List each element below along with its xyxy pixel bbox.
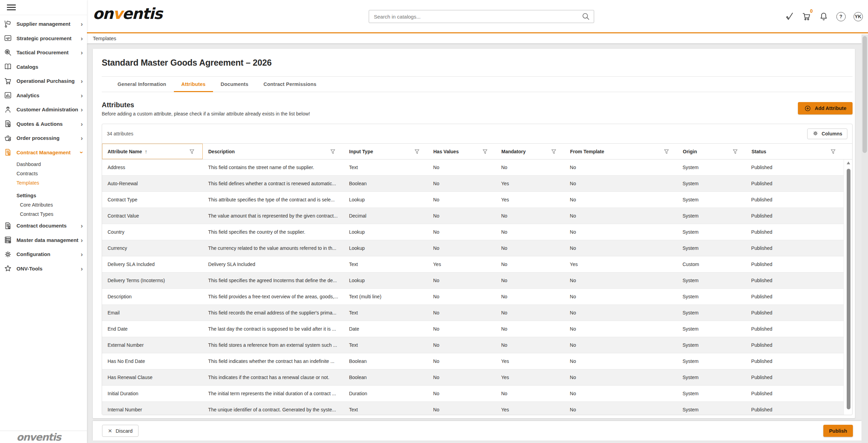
tab-label: Documents bbox=[221, 81, 248, 87]
svg-text:$: $ bbox=[9, 153, 10, 155]
table-row[interactable]: Delivery SLA IncludedDelivery SLA Includ… bbox=[102, 256, 844, 273]
tab-documents[interactable]: Documents bbox=[213, 77, 256, 92]
sidebar-item-analytics[interactable]: Analytics› bbox=[0, 88, 87, 103]
sidebar-item-quotes-auctions[interactable]: Quotes & Auctions› bbox=[0, 117, 87, 131]
help-icon[interactable]: ? bbox=[836, 11, 846, 22]
filter-icon[interactable] bbox=[330, 148, 336, 155]
breadcrumb-bar: Templates bbox=[87, 33, 868, 43]
onventis-logo[interactable]: onventis bbox=[93, 5, 162, 22]
sidebar-item-contract-management[interactable]: $Contract Management› bbox=[0, 145, 87, 160]
sidebar-item-label: Tactical Procurement bbox=[16, 49, 68, 55]
table-cell: System bbox=[677, 289, 746, 304]
column-header-attribute-name[interactable]: Attribute Name↑ bbox=[102, 144, 203, 159]
table-row[interactable]: DescriptionThis field provides a free-te… bbox=[102, 289, 844, 305]
column-header-has-values[interactable]: Has Values bbox=[428, 144, 496, 159]
table-row[interactable]: Internal NumberThe unique identifier of … bbox=[102, 402, 844, 415]
table-row[interactable]: Has Renewal ClauseThis indicates if the … bbox=[102, 369, 844, 386]
search-icon[interactable] bbox=[581, 12, 590, 21]
scroll-up-arrow-icon[interactable] bbox=[847, 162, 850, 164]
table-cell: No bbox=[496, 240, 564, 256]
tab-label: Contract Permissions bbox=[264, 81, 316, 87]
table-cell: System bbox=[677, 386, 746, 401]
column-header-label: Input Type bbox=[349, 149, 373, 154]
sidebar-item-configuration[interactable]: Configuration› bbox=[0, 247, 87, 262]
filter-icon[interactable] bbox=[830, 148, 836, 155]
table-cell: This field contains the street name of t… bbox=[203, 159, 344, 175]
sidebar-item-operational-purchasing[interactable]: Operational Purchasing› bbox=[0, 74, 87, 88]
tab-attributes[interactable]: Attributes bbox=[174, 77, 213, 92]
discard-button[interactable]: ✕ Discard bbox=[102, 425, 138, 437]
column-header-origin[interactable]: Origin bbox=[677, 144, 746, 159]
table-row[interactable]: External NumberThis field stores a refer… bbox=[102, 337, 844, 353]
sidebar-item-templates[interactable]: Templates bbox=[0, 178, 87, 187]
sidebar-item-label: Contracts bbox=[16, 171, 38, 176]
table-cell: Text bbox=[344, 305, 428, 321]
table-row[interactable]: AddressThis field contains the street na… bbox=[102, 159, 844, 176]
table-row[interactable]: End DateThe last day the contract is sup… bbox=[102, 321, 844, 337]
sidebar-item-supplier-management[interactable]: Supplier management› bbox=[0, 17, 87, 31]
table-cell: Published bbox=[746, 321, 844, 337]
tab-general-information[interactable]: General Information bbox=[110, 77, 174, 92]
chevron-right-icon: › bbox=[81, 265, 83, 272]
sidebar-item-customer-administration[interactable]: Customer Administration› bbox=[0, 102, 87, 117]
table-row[interactable]: Delivery Terms (Incoterms)This field spe… bbox=[102, 273, 844, 289]
filter-icon[interactable] bbox=[482, 148, 488, 155]
table-row[interactable]: Initial DurationThe initial term represe… bbox=[102, 386, 844, 402]
filter-icon[interactable] bbox=[663, 148, 670, 155]
sidebar-item-order-processing[interactable]: Order processing› bbox=[0, 131, 87, 145]
sidebar-item-master-data-management[interactable]: Master data management› bbox=[0, 233, 87, 247]
sidebar-item-dashboard[interactable]: Dashboard bbox=[0, 159, 87, 169]
avatar-initials: YK bbox=[855, 14, 861, 19]
page-scrollbar-thumb[interactable] bbox=[863, 36, 867, 153]
column-header-input-type[interactable]: Input Type bbox=[344, 144, 428, 159]
columns-button[interactable]: Columns bbox=[807, 129, 847, 139]
chevron-right-icon: › bbox=[81, 135, 83, 141]
sidebar-item-contracts[interactable]: Contracts bbox=[0, 169, 87, 178]
publish-button[interactable]: Publish bbox=[823, 425, 853, 437]
user-avatar[interactable]: YK bbox=[853, 11, 863, 22]
column-header-mandatory[interactable]: Mandatory bbox=[496, 144, 565, 159]
page-scrollbar[interactable] bbox=[861, 34, 868, 443]
tab-label: Attributes bbox=[181, 81, 205, 87]
table-cell: Internal Number bbox=[102, 402, 203, 415]
table-cell: Text bbox=[344, 256, 428, 272]
sidebar-item-core-attributes[interactable]: Core Attributes bbox=[0, 200, 87, 209]
sidebar-item-catalogs[interactable]: Catalogs bbox=[0, 60, 87, 74]
menu-icon[interactable] bbox=[7, 3, 16, 12]
sidebar-item-onv-tools[interactable]: ONV-Tools› bbox=[0, 262, 87, 276]
column-header-status[interactable]: Status bbox=[746, 144, 844, 159]
tab-contract-permissions[interactable]: Contract Permissions bbox=[256, 77, 324, 92]
table-scrollbar[interactable] bbox=[846, 162, 851, 411]
table-row[interactable]: EmailThis field records the email addres… bbox=[102, 305, 844, 321]
table-row[interactable]: CurrencyThe currency related to the valu… bbox=[102, 240, 844, 256]
chevron-right-icon: › bbox=[81, 21, 83, 27]
column-header-description[interactable]: Description bbox=[203, 144, 344, 159]
filter-icon[interactable] bbox=[189, 148, 195, 155]
search-input[interactable] bbox=[369, 14, 581, 20]
svg-text:$: $ bbox=[9, 226, 10, 228]
breadcrumb[interactable]: Templates bbox=[93, 35, 116, 41]
table-row[interactable]: CountryThis field specifies the country … bbox=[102, 224, 844, 240]
table-cell: Custom bbox=[677, 256, 746, 272]
filter-icon[interactable] bbox=[414, 148, 420, 155]
sidebar-item-contract-documents[interactable]: $Contract documents› bbox=[0, 219, 87, 233]
table-cell: Boolean bbox=[344, 353, 428, 369]
scrollbar-thumb[interactable] bbox=[847, 169, 850, 409]
table-cell: Delivery Terms (Incoterms) bbox=[102, 273, 203, 288]
filter-icon[interactable] bbox=[550, 148, 557, 155]
sidebar-item-tactical-procurement[interactable]: Tactical Procurement› bbox=[0, 45, 87, 60]
logo-text: entis bbox=[35, 431, 61, 443]
table-row[interactable]: Has No End DateThis field indicates whet… bbox=[102, 353, 844, 369]
add-attribute-button[interactable]: Add Attribute bbox=[798, 102, 853, 114]
cart-icon[interactable]: 0 bbox=[801, 11, 812, 22]
sidebar-item-strategic-procurement[interactable]: Strategic procurement› bbox=[0, 31, 87, 46]
table-row[interactable]: Contract ValueThe value amount that is r… bbox=[102, 208, 844, 224]
sidebar-item-contract-types[interactable]: Contract Types bbox=[0, 209, 87, 219]
checkmark-icon[interactable] bbox=[784, 11, 794, 22]
filter-icon[interactable] bbox=[732, 148, 738, 155]
table-cell: No bbox=[564, 337, 677, 353]
column-header-from-template[interactable]: From Template bbox=[565, 144, 677, 159]
table-row[interactable]: Auto-RenewalThis field defines whether a… bbox=[102, 176, 844, 192]
bell-icon[interactable] bbox=[819, 11, 829, 22]
table-row[interactable]: Contract TypeThis attribute specifies th… bbox=[102, 192, 844, 208]
